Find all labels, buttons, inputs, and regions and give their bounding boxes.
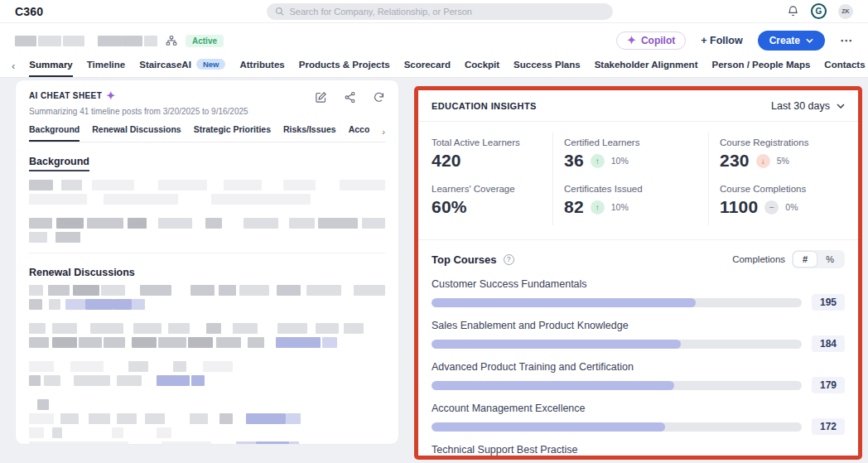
cheat-sheet-tabs: BackgroundRenewal DiscussionsStrategic P… — [29, 124, 385, 142]
course-row-sales-enablement-and-product-knowledge: Sales Enablement and Product Knowledge18… — [432, 320, 845, 352]
date-range-dropdown[interactable]: Last 30 days — [771, 100, 845, 112]
trend-percent: 10% — [611, 202, 629, 212]
course-bar-fill — [432, 381, 674, 390]
metric-value: 230 — [720, 151, 750, 171]
metric-label: Certificates Issued — [564, 184, 708, 194]
course-name: Advanced Product Training and Certificat… — [432, 361, 845, 373]
toggle-option-percent[interactable]: % — [817, 252, 843, 267]
toggle-option-count[interactable]: # — [793, 252, 817, 267]
redacted-text-row — [29, 399, 385, 410]
redacted-text-row — [29, 427, 385, 438]
redacted-text-row — [29, 208, 385, 215]
redacted-text-row — [29, 351, 385, 358]
course-value-badge: 179 — [812, 377, 845, 393]
section-redacted-content — [29, 285, 385, 445]
new-badge: New — [196, 59, 226, 70]
app-logo: C360 — [15, 5, 43, 18]
cheat-tabs-scroll-right-icon[interactable]: › — [382, 127, 385, 142]
metric-value: 60% — [432, 197, 467, 217]
redacted-text-row — [29, 323, 385, 334]
ai-sparkle-icon: ✦ — [106, 92, 115, 100]
redacted-text-row — [29, 194, 385, 205]
cheat-tab-accolades[interactable]: Accolades — [349, 124, 370, 142]
course-bar-track — [432, 340, 802, 349]
course-row-account-management-excellence: Account Management Excellence172 — [432, 403, 845, 435]
course-row-advanced-product-training-and-certification: Advanced Product Training and Certificat… — [432, 361, 845, 393]
chevron-down-icon — [837, 104, 845, 109]
cheat-tab-risks-issues[interactable]: Risks/Issues — [283, 124, 336, 142]
redacted-text-row — [29, 375, 385, 386]
user-avatar[interactable]: ZK — [838, 4, 853, 19]
tab-summary[interactable]: Summary — [29, 60, 72, 77]
tab-staircaseai[interactable]: StaircaseAINew — [139, 59, 225, 77]
course-name: Technical Support Best Practise — [432, 444, 845, 456]
metric-total-active-learners: Total Active Learners420 — [432, 133, 552, 179]
section-heading-renewal-discussions: Renewal Discussions — [29, 267, 385, 278]
redacted-text-row — [29, 313, 385, 320]
chevron-down-icon — [806, 38, 813, 43]
redacted-text-row — [15, 36, 157, 46]
redacted-text-row — [29, 285, 385, 296]
course-bar-track — [432, 381, 802, 390]
trend-percent: 10% — [611, 156, 629, 166]
course-bar-fill — [432, 340, 681, 349]
tabs-scroll-left-icon[interactable]: ‹ — [12, 60, 15, 77]
redacted-text-row — [29, 299, 385, 310]
course-bar-fill — [432, 422, 665, 432]
education-insights-card-annotated: EDUCATION INSIGHTS Last 30 days Total Ac… — [414, 86, 862, 460]
share-icon[interactable] — [344, 91, 356, 104]
gainsight-logo-icon[interactable]: G — [811, 3, 827, 19]
account-overflow-menu[interactable]: ⋯ — [840, 33, 853, 48]
notification-bell-icon[interactable] — [787, 5, 799, 17]
global-search[interactable] — [267, 3, 613, 20]
tab-scorecard[interactable]: Scorecard — [404, 60, 451, 77]
top-courses-title: Top Courses — [432, 253, 497, 266]
course-bar-track — [432, 422, 802, 432]
trend-down-icon: ↓ — [756, 154, 770, 168]
tab-stakeholder-alignment[interactable]: Stakeholder Alignment — [595, 60, 698, 77]
cheat-sheet-subtitle: Summarizing 41 timeline posts from 3/20/… — [29, 107, 385, 116]
create-button[interactable]: Create — [758, 31, 825, 51]
tab-cockpit[interactable]: Cockpit — [465, 60, 499, 77]
tab-products-projects[interactable]: Products & Projects — [299, 60, 390, 77]
course-row-customer-success-fundamentals: Customer Success Fundamentals195 — [432, 278, 845, 311]
metric-label: Certified Learners — [564, 137, 708, 147]
redacted-text-row — [29, 337, 385, 348]
trend-up-icon: ↑ — [591, 154, 605, 168]
metric-certificates-issued: Certificates Issued82↑10% — [552, 179, 708, 225]
tab-timeline[interactable]: Timeline — [87, 60, 125, 77]
follow-button[interactable]: + Follow — [701, 35, 742, 46]
tab-contacts-sfdc[interactable]: Contacts (SFDC) — [824, 60, 868, 77]
redacted-text-row — [29, 361, 385, 372]
course-value-badge: 172 — [812, 418, 845, 435]
top-bar: C360 G ZK — [0, 0, 868, 23]
metric-label: Course Completions — [720, 184, 845, 194]
redacted-text-row — [29, 180, 385, 191]
trend-percent: 5% — [777, 156, 789, 166]
metric-label: Learners' Coverage — [432, 184, 552, 194]
tab-attributes[interactable]: Attributes — [239, 60, 284, 77]
refresh-icon[interactable] — [373, 91, 385, 104]
course-bar-track — [432, 298, 802, 307]
metric-value: 1100 — [720, 197, 758, 217]
course-name: Sales Enablement and Product Knowledge — [432, 320, 845, 331]
tab-success-plans[interactable]: Success Plans — [514, 60, 581, 77]
search-input[interactable] — [289, 7, 605, 17]
status-badge: Active — [186, 35, 224, 47]
metric-certified-learners: Certified Learners36↑10% — [552, 133, 708, 179]
cheat-tab-renewal-discussions[interactable]: Renewal Discussions — [92, 124, 181, 142]
trend-up-icon: ↑ — [591, 200, 605, 215]
unit-toggle: #% — [792, 250, 845, 268]
redacted-text-row — [29, 218, 385, 229]
cheat-tab-background[interactable]: Background — [29, 124, 80, 142]
hierarchy-icon[interactable] — [166, 35, 177, 46]
cheat-tab-strategic-priorities[interactable]: Strategic Priorities — [194, 124, 271, 142]
copilot-button[interactable]: ✦ Copilot — [616, 31, 686, 50]
trend-flat-icon: − — [764, 200, 779, 215]
section-divider — [29, 253, 385, 253]
metric-label: Total Active Learners — [432, 137, 552, 147]
edit-icon[interactable] — [315, 91, 327, 104]
help-icon[interactable]: ? — [504, 254, 514, 265]
metrics-grid: Total Active Learners420Certified Learne… — [432, 122, 845, 230]
tab-person-people-maps[interactable]: Person / People Maps — [711, 60, 810, 77]
